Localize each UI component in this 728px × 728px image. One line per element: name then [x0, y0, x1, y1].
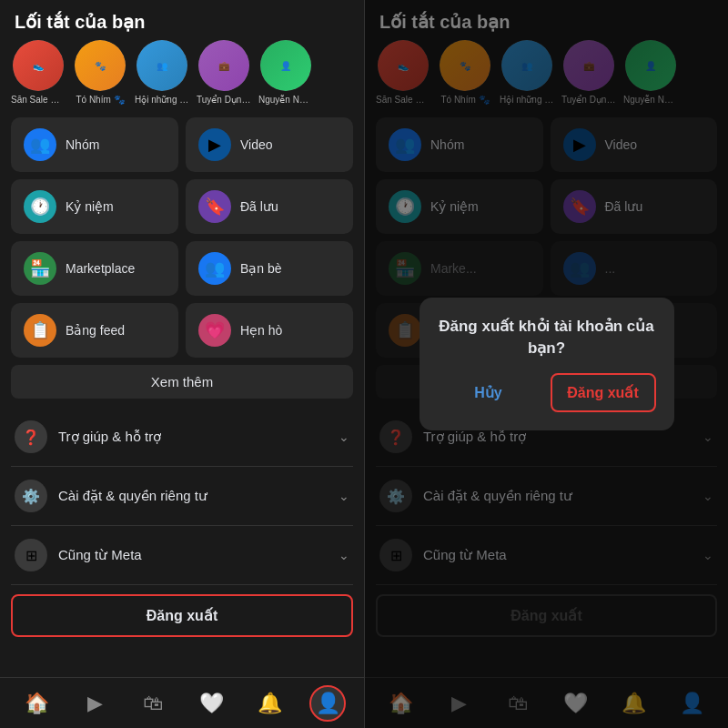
- shortcut-item[interactable]: 👤 Nguyễn Ngọc Duy...: [258, 40, 313, 105]
- privacy-label: Cài đặt & quyền riêng tư: [58, 488, 207, 504]
- marketplace-icon: 🏪: [24, 252, 56, 285]
- menu-item-label: Video: [240, 137, 273, 152]
- memory-icon: 🕐: [24, 190, 56, 223]
- dating-icon: 💗: [198, 314, 231, 347]
- shortcut-avatar: 👤: [260, 40, 311, 91]
- nav-home[interactable]: 🏠: [18, 685, 55, 722]
- logout-dialog: Đăng xuất khỏi tài khoản của bạn? Hủy Đă…: [420, 298, 674, 431]
- menu-item-label: Đã lưu: [240, 199, 278, 214]
- settings-item-meta[interactable]: ⊞ Cũng từ Meta ⌄: [11, 526, 353, 585]
- menu-item-saved[interactable]: 🔖 Đã lưu: [186, 179, 353, 234]
- shortcut-avatar: 👥: [136, 40, 187, 91]
- shortcut-label: Hội những người yêu...: [135, 95, 189, 105]
- menu-item-label: Marketplace: [66, 261, 135, 276]
- nav-heart[interactable]: 🤍: [193, 685, 229, 722]
- menu-item-groups[interactable]: 👥 Nhóm: [11, 117, 178, 172]
- logout-button[interactable]: Đăng xuất: [11, 594, 353, 637]
- menu-item-feed[interactable]: 📋 Bảng feed: [11, 303, 178, 358]
- nav-store[interactable]: 🛍: [135, 685, 171, 722]
- menu-item-friends[interactable]: 👥 Bạn bè: [186, 241, 353, 296]
- left-header: Lối tắt của bạn: [0, 0, 364, 40]
- shortcut-label: Săn Sale Bitis Hunt...: [11, 95, 66, 105]
- menu-item-label: Bạn bè: [240, 261, 282, 276]
- dialog-overlay: Đăng xuất khỏi tài khoản của bạn? Hủy Đă…: [365, 0, 728, 728]
- dialog-confirm-button[interactable]: Đăng xuất: [551, 373, 656, 412]
- video-icon: ▶: [198, 128, 231, 161]
- shortcut-item[interactable]: 👟 Săn Sale Bitis Hunt...: [11, 40, 66, 105]
- left-settings-list: ❓ Trợ giúp & hỗ trợ ⌄ ⚙️ Cài đặt & quyền…: [0, 408, 364, 585]
- chevron-icon: ⌄: [339, 548, 349, 562]
- menu-item-dating[interactable]: 💗 Hẹn hò: [186, 303, 353, 358]
- shortcut-item[interactable]: 🐾 Tó Nhím 🐾: [73, 40, 127, 105]
- left-bottom-nav: 🏠 ▶ 🛍 🤍 🔔 👤: [0, 677, 364, 728]
- meta-label: Cũng từ Meta: [58, 547, 142, 563]
- saved-icon: 🔖: [198, 190, 231, 223]
- settings-icon: ⚙️: [15, 480, 47, 512]
- shortcut-label: Tó Nhím 🐾: [76, 95, 124, 105]
- menu-item-marketplace[interactable]: 🏪 Marketplace: [11, 241, 178, 296]
- settings-item-privacy[interactable]: ⚙️ Cài đặt & quyền riêng tư ⌄: [11, 467, 353, 526]
- menu-item-label: Nhóm: [66, 137, 99, 152]
- help-label: Trợ giúp & hỗ trợ: [58, 429, 161, 445]
- left-shortcuts-row: 👟 Săn Sale Bitis Hunt... 🐾 Tó Nhím 🐾 👥 H…: [0, 40, 364, 114]
- see-more-button[interactable]: Xem thêm: [11, 365, 353, 399]
- nav-bell[interactable]: 🔔: [251, 685, 288, 722]
- shortcut-item[interactable]: 💼 Tuyển Dụng – Việc Là...: [197, 40, 251, 105]
- dialog-buttons: Hủy Đăng xuất: [438, 373, 656, 412]
- friends-icon: 👥: [198, 252, 231, 285]
- left-panel: Lối tắt của bạn 👟 Săn Sale Bitis Hunt...…: [0, 0, 364, 728]
- dialog-title: Đăng xuất khỏi tài khoản của bạn?: [438, 316, 656, 359]
- shortcut-avatar: 💼: [198, 40, 249, 91]
- menu-item-label: Hẹn hò: [240, 323, 282, 338]
- shortcut-item[interactable]: 👥 Hội những người yêu...: [135, 40, 189, 105]
- shortcut-label: Tuyển Dụng – Việc Là...: [197, 95, 251, 105]
- settings-item-help[interactable]: ❓ Trợ giúp & hỗ trợ ⌄: [11, 408, 353, 467]
- left-menu-grid: 👥 Nhóm ▶ Video 🕐 Kỷ niệm 🔖 Đã lưu 🏪 Mark…: [0, 114, 364, 365]
- right-panel: Lối tắt của bạn 👟 Săn Sale Bitis Hunt...…: [364, 0, 728, 728]
- nav-profile[interactable]: 👤: [309, 685, 346, 722]
- menu-item-label: Bảng feed: [66, 323, 125, 338]
- shortcut-avatar: 🐾: [75, 40, 126, 91]
- shortcut-label: Nguyễn Ngọc Duy...: [258, 95, 313, 105]
- chevron-icon: ⌄: [339, 430, 349, 444]
- menu-item-memory[interactable]: 🕐 Kỷ niệm: [11, 179, 178, 234]
- menu-item-label: Kỷ niệm: [66, 199, 114, 214]
- menu-item-video[interactable]: ▶ Video: [186, 117, 353, 172]
- chevron-icon: ⌄: [339, 489, 349, 503]
- meta-icon: ⊞: [15, 539, 47, 571]
- groups-icon: 👥: [24, 128, 56, 161]
- shortcut-avatar: 👟: [13, 40, 64, 91]
- nav-video[interactable]: ▶: [76, 685, 113, 722]
- feed-icon: 📋: [24, 314, 56, 347]
- dialog-cancel-button[interactable]: Hủy: [438, 373, 540, 412]
- help-icon: ❓: [15, 420, 47, 453]
